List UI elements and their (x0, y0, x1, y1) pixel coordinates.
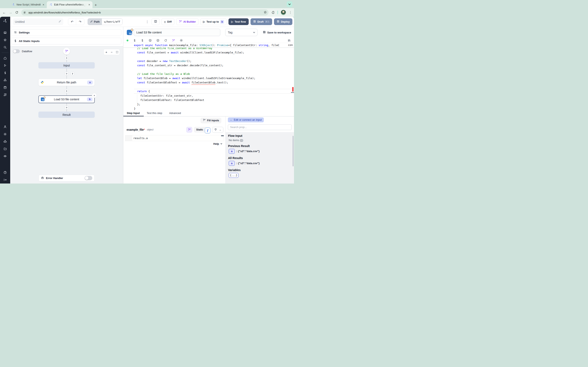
test-flow-button[interactable]: ▷Test flow (228, 18, 249, 25)
audit-icon[interactable] (0, 152, 10, 160)
help-toggle[interactable]: Help (213, 142, 222, 145)
zoom-out-icon[interactable]: − (109, 50, 114, 54)
schedules-icon[interactable] (0, 84, 10, 91)
step-name-input[interactable]: Load S3 file content (134, 29, 220, 36)
resize-handle[interactable] (221, 135, 224, 136)
reload-icon[interactable] (15, 11, 18, 14)
add-step-button[interactable] (65, 89, 68, 93)
search-prop-input[interactable] (230, 125, 290, 129)
undo-button[interactable]: ↶ (68, 18, 76, 25)
step-tabs: Step InputTest this stepAdvanced (123, 110, 294, 117)
browser-menu-icon[interactable]: ⋮ (289, 11, 292, 14)
error-handler-row[interactable]: Error Handler (39, 175, 95, 182)
scrollbar-thumb[interactable] (293, 136, 294, 166)
workers-icon[interactable] (0, 138, 10, 145)
search-prop-field[interactable] (228, 124, 292, 130)
user-icon[interactable] (0, 123, 10, 131)
docs-button[interactable] (151, 18, 160, 25)
package-icon[interactable] (149, 39, 152, 42)
tab-step-input[interactable]: Step Input (127, 110, 140, 115)
add-trigger-button[interactable] (71, 72, 74, 75)
tab-close-icon[interactable]: × (88, 3, 90, 6)
gear-icon[interactable] (180, 39, 183, 42)
tab-advanced[interactable]: Advanced (169, 110, 181, 115)
browser-tab-inactive[interactable]: New Script | Windmill × (9, 1, 47, 8)
settings-icon[interactable] (0, 131, 10, 138)
result-pill[interactable]: a (229, 149, 235, 154)
new-tab-icon[interactable]: + (95, 3, 97, 7)
graph-node-a[interactable]: Return file path a (38, 79, 95, 86)
ai-fill-field-button[interactable] (186, 127, 192, 133)
path-editor[interactable]: Path u/henri/eff (87, 18, 122, 25)
package-icon[interactable] (156, 39, 159, 42)
expression-mode-button[interactable]: ƒ (205, 128, 210, 133)
more-options-icon[interactable]: ⋮ (146, 20, 149, 24)
search-icon[interactable] (0, 44, 10, 51)
error-handler-toggle[interactable] (85, 176, 92, 180)
fill-inputs-button[interactable]: Fill inputs (200, 118, 221, 123)
triggers-icon[interactable] (0, 91, 10, 99)
dollar-icon[interactable] (133, 39, 136, 42)
site-info-icon[interactable] (22, 10, 27, 15)
code-editor[interactable]: export async function main(example_file:… (123, 43, 294, 110)
flow-settings-button[interactable]: Settings (11, 29, 121, 36)
redo-button[interactable]: ↷ (76, 18, 84, 25)
expand-sidebar-icon[interactable] (0, 176, 10, 184)
fullscreen-icon[interactable] (114, 51, 120, 53)
ai-wand-button[interactable] (63, 48, 70, 55)
tag-select[interactable]: Tag (225, 29, 258, 36)
forward-icon[interactable]: → (9, 11, 12, 14)
add-step-button[interactable] (65, 72, 68, 75)
code-lines: // Load the entire file_content as a Uin… (123, 46, 294, 110)
delete-step-button[interactable]: × (92, 93, 97, 98)
test-up-to-button[interactable]: ▷Test up tob (200, 18, 227, 25)
chevron-down-icon (288, 3, 291, 5)
static-mode-toggle[interactable]: Static ƒ (194, 127, 210, 133)
home-icon[interactable] (0, 54, 10, 62)
diff-button[interactable]: ±Diff (162, 18, 174, 25)
zoom-in-icon[interactable]: + (104, 50, 109, 54)
ai-builder-button[interactable]: AI Builder (176, 18, 199, 25)
section-variables: Variables{...} (228, 168, 292, 178)
result-pill[interactable]: {...} (229, 173, 238, 178)
save-to-workspace-button[interactable]: Save to workspace (263, 31, 291, 34)
runs-icon[interactable] (0, 62, 10, 69)
dataflow-toggle[interactable] (13, 49, 20, 53)
deploy-button[interactable]: Deploy (274, 18, 292, 25)
workspace-apps-icon[interactable] (0, 29, 10, 36)
edit-or-connect-button[interactable]: ←Edit or connect an input (228, 117, 264, 122)
dollar-icon[interactable] (141, 39, 144, 42)
result-pill[interactable]: a (229, 161, 235, 166)
expression-editor[interactable]: results.a (125, 135, 224, 141)
tab-close-icon[interactable]: × (42, 3, 45, 6)
graph-node-result[interactable]: Result (38, 111, 95, 118)
browser-tab-active[interactable]: Edit Flow u/henri/effortless_fl × (47, 1, 93, 8)
variables-icon[interactable] (0, 69, 10, 76)
back-icon[interactable]: ← (2, 11, 6, 14)
all-static-inputs-button[interactable]: All Static Inputs (11, 38, 121, 44)
url-bar[interactable]: app.windmill.dev/flows/edit/u/henri/effo… (21, 9, 268, 16)
draft-button[interactable]: Draft⌘S (251, 18, 272, 25)
tab-search-button[interactable] (287, 1, 292, 7)
graph-node-input[interactable]: Input (38, 62, 95, 68)
plus-minus-icon: ± (164, 20, 166, 24)
extensions-icon[interactable] (271, 11, 275, 14)
wand-icon[interactable] (172, 39, 175, 42)
profile-avatar[interactable] (281, 10, 286, 15)
graph-node-b-selected[interactable]: TS Load S3 file content b (38, 95, 95, 103)
flow-name-input[interactable]: Untitled (13, 18, 63, 25)
add-step-button[interactable] (65, 56, 68, 60)
resources-icon[interactable] (0, 76, 10, 84)
tab-test-this-step[interactable]: Test this step (147, 110, 162, 115)
windmill-logo-icon[interactable] (3, 19, 7, 23)
assets-icon[interactable] (288, 39, 291, 42)
favorites-star-icon[interactable] (0, 36, 10, 44)
step-name-text: Load S3 file content (136, 31, 162, 34)
connect-input-button[interactable]: → (212, 127, 223, 133)
refresh-icon[interactable] (164, 39, 167, 42)
folders-icon[interactable] (0, 145, 10, 152)
help-icon[interactable] (0, 169, 10, 176)
bookmark-star-icon[interactable] (264, 11, 267, 15)
section-empty-text: No items ([]) (228, 139, 292, 142)
add-step-button[interactable] (65, 106, 68, 109)
